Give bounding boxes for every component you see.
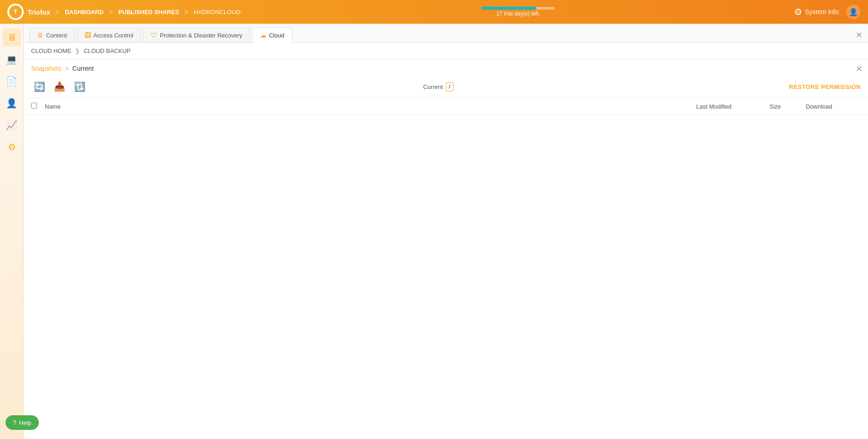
col-modified-header: Last Modified: [696, 103, 769, 110]
system-info[interactable]: ⚙ System Info: [794, 6, 839, 17]
main-layout: 🖥 💻 📄 👤 📈 ⚙ ⬇ 🖥 Content: [0, 24, 868, 439]
help-button[interactable]: ? Help: [5, 415, 39, 430]
tab-cloud-label: Cloud: [269, 32, 285, 39]
select-all-checkbox[interactable]: [31, 103, 37, 109]
history-icon: 🔃: [74, 81, 85, 92]
user-icon: 👤: [849, 8, 858, 16]
sidebar: 🖥 💻 📄 👤 📈 ⚙ ⬇: [0, 24, 24, 439]
snapshots-nav: Snapshots > Current: [24, 59, 868, 76]
tab-access-icon: 🖼: [85, 31, 91, 39]
tabs-bar: 🖥 Content 🖼 Access Control 🛡 Protection …: [24, 24, 868, 43]
breadcrumb-home[interactable]: CLOUD HOME: [31, 47, 71, 54]
nav-current: HADRONCLOUD-: [194, 9, 242, 16]
file-table: Name Last Modified Size Download: [24, 98, 868, 439]
nav-sep-1: >: [56, 8, 59, 16]
gear-icon: ⚙: [794, 6, 802, 17]
sidebar-item-users[interactable]: 👤: [3, 94, 21, 112]
panel-close-button[interactable]: ✕: [856, 64, 863, 74]
tab-close-button[interactable]: ✕: [856, 30, 863, 40]
toolbar: 🔄 📥 🔃 Current / RESTORE PERMISSION: [24, 76, 868, 98]
snapshots-sep: >: [65, 65, 69, 72]
nav-sep-3: >: [185, 8, 188, 16]
tab-access-control[interactable]: 🖼 Access Control: [77, 27, 141, 42]
restore-button[interactable]: 📥: [51, 78, 68, 95]
analytics-icon: 📈: [6, 120, 17, 131]
restore-icon: 📥: [54, 81, 65, 92]
refresh-icon: 🔄: [34, 81, 45, 92]
tab-content-label: Content: [46, 32, 67, 39]
trial-text: 17 trial day(s) left.: [496, 10, 540, 17]
snapshots-link[interactable]: Snapshots: [31, 65, 61, 72]
monitor-icon: 🖥: [7, 32, 16, 43]
sidebar-item-monitor[interactable]: 🖥: [3, 28, 21, 47]
header-right: ⚙ System Info 👤: [794, 5, 861, 19]
breadcrumb-sep: ❯: [75, 47, 80, 54]
sidebar-item-devices[interactable]: 💻: [3, 50, 21, 68]
sidebar-item-settings[interactable]: ⚙: [3, 138, 21, 156]
tab-cloud[interactable]: ☁ Cloud: [252, 27, 292, 43]
table-body: [24, 115, 868, 252]
logo: T: [7, 4, 24, 20]
user-icon-button[interactable]: 👤: [846, 5, 861, 19]
users-icon: 👤: [6, 98, 17, 109]
nav-dashboard[interactable]: DASHBOARD: [65, 9, 104, 16]
devices-icon: 💻: [6, 54, 17, 65]
col-size-header: Size: [769, 103, 806, 110]
sidebar-item-analytics[interactable]: 📈: [3, 116, 21, 134]
sidebar-item-files[interactable]: 📄: [3, 72, 21, 90]
files-icon: 📄: [6, 76, 17, 87]
settings-icon: ⚙: [8, 141, 16, 152]
col-download-header: Download: [806, 103, 861, 110]
breadcrumb-current: CLOUD BACKUP: [84, 47, 131, 54]
content-area: 🖥 Content 🖼 Access Control 🛡 Protection …: [24, 24, 868, 439]
trial-bar-fill: [482, 7, 536, 10]
header-center: 17 trial day(s) left.: [482, 7, 555, 17]
history-button[interactable]: 🔃: [71, 78, 88, 95]
tab-protection-icon: 🛡: [151, 31, 157, 39]
panel: Snapshots > Current ✕ 🔄 📥 🔃 Current /: [24, 59, 868, 439]
path-badge: /: [446, 82, 454, 91]
tab-protection-label: Protection & Disaster Recovery: [160, 32, 243, 39]
nav-sep-2: >: [109, 8, 113, 16]
brand-name: Triofox: [27, 8, 50, 16]
tab-content[interactable]: 🖥 Content: [29, 27, 75, 42]
help-icon: ?: [13, 419, 16, 426]
toolbar-center: Current /: [91, 82, 785, 91]
restore-permission-button[interactable]: RESTORE PERMISSION: [789, 84, 861, 90]
help-label: Help: [19, 419, 32, 426]
col-name-header: Name: [45, 103, 696, 110]
trial-bar-container: [482, 7, 555, 10]
tab-protection[interactable]: 🛡 Protection & Disaster Recovery: [143, 27, 250, 42]
breadcrumb-bar: CLOUD HOME ❯ CLOUD BACKUP: [24, 43, 868, 59]
select-all-cell: [31, 103, 45, 110]
system-info-label: System Info: [805, 8, 839, 16]
tab-access-label: Access Control: [94, 32, 133, 39]
top-header: T Triofox > DASHBOARD > PUBLISHED SHARES…: [0, 0, 868, 24]
snapshots-current: Current: [72, 65, 94, 72]
refresh-button[interactable]: 🔄: [31, 78, 48, 95]
nav-published-shares[interactable]: PUBLISHED SHARES: [118, 9, 179, 16]
current-label: Current: [423, 84, 443, 90]
table-header: Name Last Modified Size Download: [24, 98, 868, 115]
tab-cloud-icon: ☁: [260, 31, 266, 39]
tab-content-icon: 🖥: [37, 31, 43, 39]
logo-inner: T: [9, 5, 22, 18]
header-left: T Triofox > DASHBOARD > PUBLISHED SHARES…: [7, 4, 242, 20]
